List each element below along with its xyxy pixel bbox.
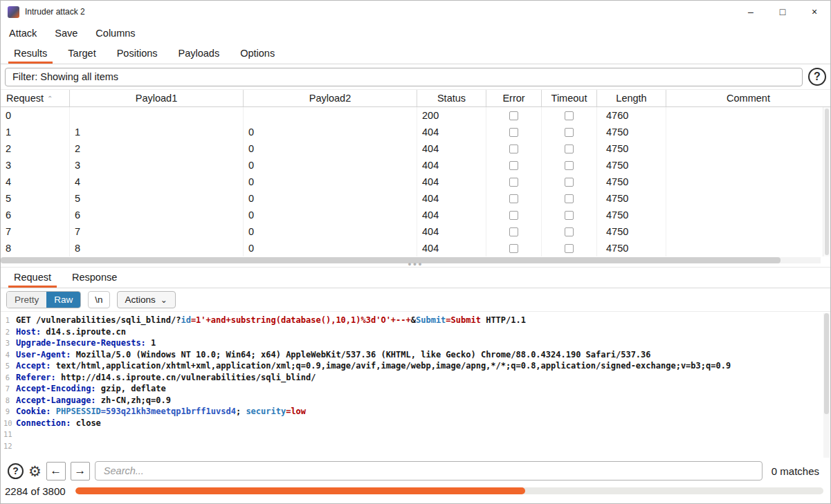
timeout-checkbox[interactable] xyxy=(565,178,574,187)
search-help-icon[interactable]: ? xyxy=(8,463,24,479)
timeout-checkbox[interactable] xyxy=(565,161,574,170)
tab-request[interactable]: Request xyxy=(3,267,62,288)
column-header-payload2[interactable]: Payload2 xyxy=(244,90,417,106)
previous-match-button[interactable]: ← xyxy=(46,462,66,480)
next-match-button[interactable]: → xyxy=(71,462,90,480)
tab-options[interactable]: Options xyxy=(230,43,285,64)
code-line[interactable]: 2Host: d14.s.iproute.cn xyxy=(3,326,821,338)
table-row[interactable]: 02004760 xyxy=(1,107,830,124)
line-number: 5 xyxy=(3,360,16,372)
column-header-length[interactable]: Length xyxy=(597,90,666,106)
column-header-status[interactable]: Status xyxy=(417,90,486,106)
cell-timeout xyxy=(542,190,597,207)
cell-length: 4750 xyxy=(597,240,666,256)
horizontal-scrollbar-thumb[interactable] xyxy=(1,257,780,263)
column-header-comment[interactable]: Comment xyxy=(666,90,830,106)
newline-toggle-button[interactable]: \n xyxy=(88,291,109,308)
code-line[interactable]: 12 xyxy=(3,440,821,452)
menu-attack[interactable]: Attack xyxy=(9,28,37,39)
results-table: Request ⌃ Payload1 Payload2 Status Error… xyxy=(1,89,830,256)
request-editor[interactable]: 1GET /vulnerabilities/sqli_blind/?id=1'+… xyxy=(1,312,830,459)
column-header-timeout[interactable]: Timeout xyxy=(542,90,597,106)
column-header-request[interactable]: Request ⌃ xyxy=(1,90,70,106)
table-row[interactable]: 8804044750 xyxy=(1,240,830,256)
table-row[interactable]: 4404044750 xyxy=(1,174,830,190)
error-checkbox[interactable] xyxy=(509,128,518,137)
tab-response[interactable]: Response xyxy=(62,267,127,288)
code-line[interactable]: 3Upgrade-Insecure-Requests: 1 xyxy=(3,337,821,349)
code-line[interactable]: 10Connection: close xyxy=(3,418,821,429)
timeout-checkbox[interactable] xyxy=(565,128,574,137)
table-row[interactable]: 3304044750 xyxy=(1,157,830,174)
filter-bar[interactable]: Filter: Showing all items xyxy=(5,68,803,86)
actions-button[interactable]: Actions ⌄ xyxy=(117,291,176,308)
cell-timeout xyxy=(542,140,597,157)
error-checkbox[interactable] xyxy=(509,227,518,236)
arrow-left-icon: ← xyxy=(50,464,62,478)
timeout-checkbox[interactable] xyxy=(565,194,574,203)
table-row[interactable]: 2204044750 xyxy=(1,140,830,157)
cell-request: 8 xyxy=(1,240,70,256)
tab-target[interactable]: Target xyxy=(57,43,106,64)
cell-comment xyxy=(666,174,830,190)
main-tab-bar: Results Target Positions Payloads Option… xyxy=(1,44,830,64)
error-checkbox[interactable] xyxy=(509,161,518,170)
cell-timeout xyxy=(542,174,597,190)
code-line[interactable]: 9Cookie: PHPSESSID=593q21kh3meetqp1brff1… xyxy=(3,406,821,418)
timeout-checkbox[interactable] xyxy=(565,211,574,220)
minimize-icon[interactable]: – xyxy=(735,1,767,23)
maximize-icon[interactable]: □ xyxy=(767,1,798,23)
tab-results[interactable]: Results xyxy=(3,43,57,64)
timeout-checkbox[interactable] xyxy=(565,111,574,120)
cell-payload1: 2 xyxy=(70,140,244,157)
timeout-checkbox[interactable] xyxy=(565,144,574,153)
table-row[interactable]: 7704044750 xyxy=(1,223,830,240)
menu-save[interactable]: Save xyxy=(55,28,77,39)
cell-length: 4750 xyxy=(597,174,666,190)
cell-payload2: 0 xyxy=(244,223,417,240)
code-line[interactable]: 1GET /vulnerabilities/sqli_blind/?id=1'+… xyxy=(3,315,821,326)
cell-payload1: 8 xyxy=(70,240,244,256)
code-line[interactable]: 4User-Agent: Mozilla/5.0 (Windows NT 10.… xyxy=(3,349,821,361)
column-header-error[interactable]: Error xyxy=(486,90,542,106)
cell-comment xyxy=(666,207,830,223)
search-input[interactable] xyxy=(95,461,762,480)
error-checkbox[interactable] xyxy=(509,144,518,153)
burp-app-icon xyxy=(8,6,19,18)
cell-payload2: 0 xyxy=(244,140,417,157)
pretty-button[interactable]: Pretty xyxy=(7,292,46,308)
menu-columns[interactable]: Columns xyxy=(95,28,135,39)
close-icon[interactable]: × xyxy=(798,1,830,23)
line-number: 2 xyxy=(3,326,16,338)
tab-positions[interactable]: Positions xyxy=(107,43,168,64)
cell-request: 2 xyxy=(1,140,70,157)
table-row[interactable]: 1104044750 xyxy=(1,124,830,140)
code-line[interactable]: 11 xyxy=(3,429,821,440)
tab-payloads[interactable]: Payloads xyxy=(168,43,230,64)
error-checkbox[interactable] xyxy=(509,244,518,253)
cell-request: 4 xyxy=(1,174,70,190)
timeout-checkbox[interactable] xyxy=(565,244,574,253)
help-icon[interactable]: ? xyxy=(808,68,826,86)
code-line[interactable]: 5Accept: text/html,application/xhtml+xml… xyxy=(3,360,821,372)
error-checkbox[interactable] xyxy=(509,111,518,120)
code-line[interactable]: 6Referer: http://d14.s.iproute.cn/vulner… xyxy=(3,372,821,384)
error-checkbox[interactable] xyxy=(509,194,518,203)
gear-icon[interactable]: ⚙ xyxy=(28,464,42,478)
timeout-checkbox[interactable] xyxy=(565,227,574,236)
table-row[interactable]: 6604044750 xyxy=(1,207,830,223)
cell-request: 0 xyxy=(1,107,70,124)
code-line[interactable]: 7Accept-Encoding: gzip, deflate xyxy=(3,383,821,395)
line-number: 6 xyxy=(3,372,16,384)
error-checkbox[interactable] xyxy=(509,211,518,220)
error-checkbox[interactable] xyxy=(509,178,518,187)
table-row[interactable]: 5504044750 xyxy=(1,190,830,207)
raw-button[interactable]: Raw xyxy=(46,292,80,308)
cell-payload2: 0 xyxy=(244,207,417,223)
splitter-handle-icon[interactable]: ●●● xyxy=(408,261,423,268)
table-vertical-scrollbar[interactable] xyxy=(823,107,830,256)
column-header-payload1[interactable]: Payload1 xyxy=(70,90,244,106)
cell-length: 4750 xyxy=(597,190,666,207)
editor-vertical-scrollbar[interactable] xyxy=(823,313,830,458)
code-line[interactable]: 8Accept-Language: zh-CN,zh;q=0.9 xyxy=(3,395,821,407)
